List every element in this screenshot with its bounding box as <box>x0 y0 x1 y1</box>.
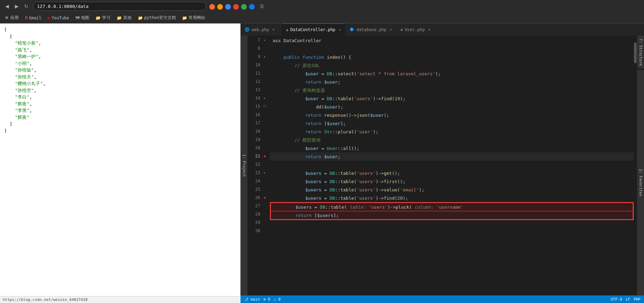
code-line[interactable]: dd($user); <box>270 103 634 111</box>
browser-json-content: [ [ "蜡笔小新", "路飞", "黑崎一护", "小明", "孙悟饭", "… <box>0 23 241 303</box>
gutter-marker <box>263 218 266 226</box>
code-line[interactable]: return [$user]; <box>270 119 634 127</box>
apps-button[interactable]: ⊞ 应用 <box>3 14 21 22</box>
json-line: ] <box>4 127 236 134</box>
gutter: ▸▸▸//◆▸◆ <box>263 36 270 295</box>
line-number: 7 <box>250 36 260 45</box>
gutter-marker: ▸ <box>263 94 266 102</box>
refresh-button[interactable]: ↻ <box>22 2 30 10</box>
line-number: 23 <box>250 169 260 177</box>
tab-dc-close[interactable]: × <box>339 28 341 32</box>
code-line[interactable] <box>270 220 634 228</box>
youtube-label: YouTube <box>52 16 69 20</box>
tab-user-label: User.php <box>405 27 425 32</box>
code-line[interactable]: $users = DB::table('users')->find(20); <box>270 194 634 202</box>
tab-user-php[interactable]: ◉ User.php × <box>397 23 438 36</box>
json-line: "辉夜", <box>4 101 236 107</box>
gutter-marker <box>263 60 266 69</box>
tab-db-close[interactable]: × <box>390 28 392 31</box>
bookmark-map[interactable]: 🗺 地图 <box>73 14 92 22</box>
tab-db-label: database.php <box>356 27 387 32</box>
browser-toolbar: ◀ ▶ ↻ 127.0.0.1:8000/data ⬤ ⬤ ⬤ ⬤ ⬤ ⬤ ☰ <box>0 0 644 12</box>
browser-chrome: ◀ ▶ ↻ 127.0.0.1:8000/data ⬤ ⬤ ⬤ ⬤ ⬤ ⬤ ☰ … <box>0 0 644 23</box>
code-line[interactable]: $user = User::all(); <box>270 144 634 152</box>
code-line[interactable]: return Str::plural('user'); <box>270 127 634 136</box>
code-line[interactable]: $user = DB::table('users')->find(19); <box>270 94 634 103</box>
address-bar[interactable]: 127.0.0.1:8000/data <box>33 2 206 11</box>
code-line[interactable]: $users = DB::table('users')->get(); <box>270 169 634 177</box>
gutter-marker <box>263 177 266 185</box>
bookmark-common[interactable]: 📁 常用网站 <box>179 14 208 22</box>
menu-dots[interactable]: ☰ <box>260 4 264 9</box>
line-number: 25 <box>250 186 260 194</box>
encoding[interactable]: UTF-8 <box>611 297 622 302</box>
code-line[interactable]: return response()->json($user); <box>270 111 634 119</box>
tab-datacontroller-php[interactable]: ◉ DataController.php × <box>282 23 345 36</box>
code-line[interactable]: ass DataController <box>270 36 634 45</box>
bookmark-youtube[interactable]: ▶ YouTube <box>45 15 72 21</box>
ext-icon-2: ⬤ <box>225 3 231 10</box>
ext-icon-5: ⬤ <box>249 3 255 10</box>
code-line[interactable]: return [$users]; <box>271 211 633 219</box>
code-line[interactable] <box>270 45 634 53</box>
line-number: 20 <box>250 144 260 152</box>
bookmark-gmail[interactable]: M Gmail <box>22 15 44 21</box>
language[interactable]: PHP <box>634 297 641 302</box>
python-icon: 📁 <box>138 16 143 20</box>
code-line[interactable] <box>270 228 634 237</box>
side-label-favorites[interactable]: 2: Favorites <box>637 70 644 295</box>
line-ending[interactable]: LF <box>626 297 630 302</box>
error-highlight-box: $users = DB::table( table: 'users')->plu… <box>270 202 634 220</box>
bookmarks-bar: ⊞ 应用 M Gmail ▶ YouTube 🗺 地图 📁 学习 📁 其他 📁 … <box>0 12 644 23</box>
code-line[interactable]: public function index() { <box>270 53 634 61</box>
back-button[interactable]: ◀ <box>3 2 11 10</box>
code-line[interactable]: $users = DB::table('users')->value('emai… <box>270 186 634 194</box>
line-number: 8 <box>250 45 260 53</box>
side-label-project[interactable]: 1: Project <box>241 36 247 295</box>
json-line: "李黑", <box>4 107 236 114</box>
gutter-marker: ◆ <box>263 152 266 160</box>
tab-web-close[interactable]: × <box>273 28 275 31</box>
line-number: 15 <box>250 103 260 111</box>
right-side-labels: 7: Structure 2: Favorites <box>637 36 644 295</box>
bookmark-study[interactable]: 📁 学习 <box>93 14 113 22</box>
gutter-marker <box>263 160 266 168</box>
code-line[interactable]: // 原生SQL <box>270 61 634 69</box>
json-line: "李白", <box>4 94 236 101</box>
code-line[interactable] <box>270 161 634 169</box>
code-line[interactable]: $user = DB::select('select * from larave… <box>270 69 634 78</box>
code-line[interactable]: $users = DB::table( table: 'users')->plu… <box>271 203 633 211</box>
line-number: 21 <box>250 152 260 161</box>
line-number: 17 <box>250 119 260 127</box>
tab-database-php[interactable]: 🔷 database.php × <box>345 23 397 36</box>
python-label: python官方文档 <box>144 15 176 21</box>
json-line: "孙悟天", <box>4 74 236 81</box>
bookmark-python[interactable]: 📁 python官方文档 <box>135 14 179 22</box>
line-number: 13 <box>250 86 260 94</box>
common-label: 常用网站 <box>189 15 205 21</box>
gutter-marker <box>263 44 266 52</box>
code-line[interactable]: // 模型查询 <box>270 136 634 144</box>
json-line: ] <box>4 121 236 127</box>
code-line[interactable]: $users = DB::table('users')->first(); <box>270 177 634 186</box>
tab-web-php[interactable]: 🌐 web.php × <box>241 23 282 36</box>
gutter-marker: ◆ <box>263 193 266 201</box>
line-number: 14 <box>250 94 260 103</box>
bookmark-other[interactable]: 📁 其他 <box>114 14 134 22</box>
code-line[interactable]: return $user; <box>270 78 634 86</box>
side-label-structure[interactable]: 7: Structure <box>637 36 644 68</box>
code-line[interactable]: // 查询构造器 <box>270 86 634 94</box>
json-line: "蜡笔小新", <box>4 40 236 47</box>
json-line: "孙悟饭", <box>4 67 236 74</box>
nav-buttons: ◀ ▶ ↻ <box>3 2 30 10</box>
scrollbar[interactable] <box>634 36 637 295</box>
gutter-marker <box>263 127 266 135</box>
code-lines[interactable]: ass DataController public function index… <box>270 36 634 295</box>
json-line: "小明", <box>4 60 236 67</box>
code-line[interactable]: return $user; <box>270 152 634 161</box>
gutter-marker <box>263 119 266 127</box>
forward-button[interactable]: ▶ <box>12 2 21 10</box>
gmail-label: Gmail <box>29 16 42 20</box>
tab-user-close[interactable]: × <box>428 28 430 31</box>
address-text: 127.0.0.1:8000/data <box>37 4 89 9</box>
